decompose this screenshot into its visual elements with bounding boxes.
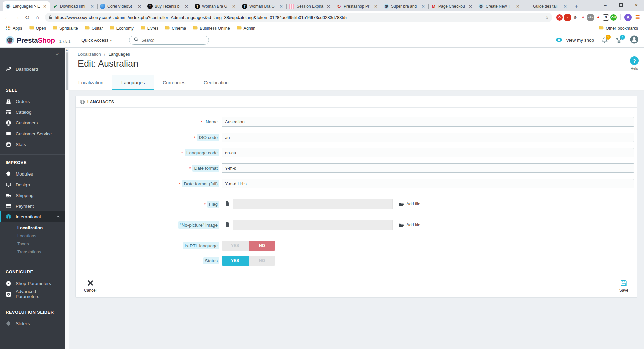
- chrome-profile-avatar[interactable]: A: [624, 14, 632, 21]
- on-icon[interactable]: ON: [610, 14, 617, 21]
- adblock-icon[interactable]: O: [556, 14, 563, 21]
- browser-tab[interactable]: MPage Checkou✕: [428, 1, 476, 11]
- tab-close-icon[interactable]: ✕: [42, 4, 47, 9]
- quick-access-dropdown[interactable]: Quick Access▾: [81, 38, 112, 43]
- sidebar-subitem-translations[interactable]: Translations: [0, 248, 65, 256]
- tab-close-icon[interactable]: ✕: [468, 4, 473, 9]
- breadcrumb-localization[interactable]: Localization: [78, 52, 101, 57]
- sidebar-item-dashboard[interactable]: Dashboard: [0, 64, 65, 74]
- scrollbar-thumb[interactable]: [66, 52, 68, 90]
- sidebar-item-shipping[interactable]: Shipping: [0, 190, 65, 201]
- sidebar-item-shop-parameters[interactable]: Shop Parameters: [0, 278, 65, 289]
- tab-close-icon[interactable]: ✕: [373, 4, 378, 9]
- tab-languages[interactable]: Languages: [112, 75, 154, 90]
- notion-icon[interactable]: N: [603, 14, 609, 21]
- admin-search[interactable]: [129, 36, 209, 45]
- bookmark-item[interactable]: Open: [26, 24, 49, 32]
- bookmark-item[interactable]: Cinema: [162, 24, 189, 32]
- acrobat-icon[interactable]: A: [595, 14, 601, 21]
- account-avatar[interactable]: [630, 35, 639, 45]
- flag-filename-input[interactable]: [233, 199, 393, 209]
- sidebar-item-advanced-parameters[interactable]: Advanced Parameters: [0, 289, 65, 299]
- sidebar-item-payment[interactable]: Payment: [0, 201, 65, 211]
- save-button[interactable]: Save: [619, 279, 628, 293]
- bookmark-item[interactable]: Spritualite: [50, 24, 81, 32]
- bookmark-item[interactable]: Livres: [138, 24, 161, 32]
- tab-close-icon[interactable]: ✕: [137, 4, 142, 9]
- bookmark-item[interactable]: Guitar: [82, 24, 106, 32]
- no-picture-image-filename-input[interactable]: [233, 220, 393, 230]
- tab-close-icon[interactable]: ✕: [231, 4, 236, 9]
- url-bar[interactable]: https://www.sexy-cherry.com/_admin_/inde…: [45, 13, 552, 22]
- sidebar-item-stats[interactable]: Stats: [0, 139, 65, 150]
- sidebar-subitem-locations[interactable]: Locations: [0, 232, 65, 240]
- red-arrow-icon[interactable]: ↗: [580, 14, 586, 21]
- sidebar-scrollbar[interactable]: ▲: [65, 48, 69, 349]
- chrome-menu-icon[interactable]: ☰: [634, 14, 641, 21]
- tab-close-icon[interactable]: ✕: [562, 4, 568, 9]
- sidebar-item-customers[interactable]: Customers: [0, 117, 65, 128]
- scroll-up-icon[interactable]: ▲: [65, 48, 69, 51]
- browser-tab[interactable]: TBuy Tezenis b✕: [145, 1, 192, 11]
- sidebar-item-catalog[interactable]: Catalog: [0, 107, 65, 117]
- achievements-trophy[interactable]: 4: [615, 37, 622, 44]
- iso-code-input[interactable]: [222, 133, 634, 142]
- prestashop-logo[interactable]: PrestaShop 1.7.5.1: [5, 36, 72, 45]
- browser-tab[interactable]: ↻Prestashop Pr✕: [334, 1, 381, 11]
- browser-tab[interactable]: Corel VideoSt✕: [97, 1, 145, 11]
- tab-close-icon[interactable]: ✕: [90, 4, 95, 9]
- swirl-icon[interactable]: @: [572, 14, 578, 21]
- new-tab-button[interactable]: +: [572, 2, 581, 11]
- bookmark-item[interactable]: Apps: [3, 24, 25, 32]
- sidebar-subitem-taxes[interactable]: Taxes: [0, 240, 65, 248]
- code-icon[interactable]: </>: [587, 14, 594, 21]
- date-format-full-input[interactable]: [222, 179, 634, 188]
- sidebar-subitem-localization[interactable]: Localization: [0, 223, 65, 232]
- browser-tab[interactable]: Super bra and✕: [381, 1, 428, 11]
- language-code-input[interactable]: [222, 148, 634, 157]
- tab-currencies[interactable]: Currencies: [154, 75, 195, 90]
- flag-add-file-button[interactable]: Add file: [395, 199, 424, 209]
- tab-close-icon[interactable]: ✕: [326, 4, 331, 9]
- sidebar-item-orders[interactable]: Orders: [0, 96, 65, 107]
- tab-geolocation[interactable]: Geolocation: [195, 75, 238, 90]
- bookmark-item[interactable]: Economy: [107, 24, 137, 32]
- tab-close-icon[interactable]: ✕: [279, 4, 284, 9]
- back-icon[interactable]: ←: [3, 13, 11, 22]
- sidebar-item-design[interactable]: Design: [0, 179, 65, 190]
- tab-close-icon[interactable]: ✕: [421, 4, 426, 9]
- is-rtl-yes-button[interactable]: YES: [222, 241, 249, 251]
- bookmark-item[interactable]: Business Online: [190, 24, 232, 32]
- tab-localization[interactable]: Localization: [69, 75, 112, 90]
- maximize-button[interactable]: [613, 0, 629, 10]
- fast-forward-icon[interactable]: »: [564, 14, 571, 21]
- browser-tab[interactable]: TWoman Bra G✕: [192, 1, 239, 11]
- no-picture-image-file-icon-button[interactable]: [222, 220, 233, 230]
- browser-tab[interactable]: Languages > E✕: [3, 1, 50, 11]
- sidebar-item-customer-service[interactable]: Customer Service: [0, 128, 65, 139]
- browser-tab[interactable]: ✔Download limi✕: [50, 1, 97, 11]
- search-input[interactable]: [141, 38, 195, 43]
- browser-tab[interactable]: Session Expira✕: [286, 1, 334, 11]
- sidebar-item-sliders[interactable]: Sliders: [0, 318, 65, 329]
- browser-tab[interactable]: Create New T✕: [476, 1, 523, 11]
- status-no-button[interactable]: NO: [249, 256, 275, 266]
- minimize-button[interactable]: –: [598, 0, 613, 10]
- view-my-shop-link[interactable]: View my shop: [555, 37, 594, 43]
- tab-close-icon[interactable]: ✕: [515, 4, 520, 9]
- date-format-input[interactable]: [222, 163, 634, 173]
- name-input[interactable]: [222, 117, 634, 127]
- forward-icon[interactable]: →: [13, 13, 21, 22]
- tab-close-icon[interactable]: ✕: [184, 4, 189, 9]
- other-bookmarks[interactable]: Other bookmarks: [596, 25, 641, 31]
- notifications-bell[interactable]: 1: [601, 37, 608, 44]
- reload-icon[interactable]: ↻: [23, 13, 32, 22]
- cancel-button[interactable]: Cancel: [84, 279, 96, 293]
- no-picture-image-add-file-button[interactable]: Add file: [395, 220, 424, 230]
- bookmark-item[interactable]: Admin: [234, 24, 258, 32]
- close-button[interactable]: ✕: [629, 0, 644, 10]
- home-icon[interactable]: ⌂: [33, 13, 42, 22]
- browser-tab[interactable]: TWoman Bra G✕: [239, 1, 286, 11]
- flag-file-icon-button[interactable]: [222, 199, 233, 209]
- help-button[interactable]: ?: [630, 56, 639, 65]
